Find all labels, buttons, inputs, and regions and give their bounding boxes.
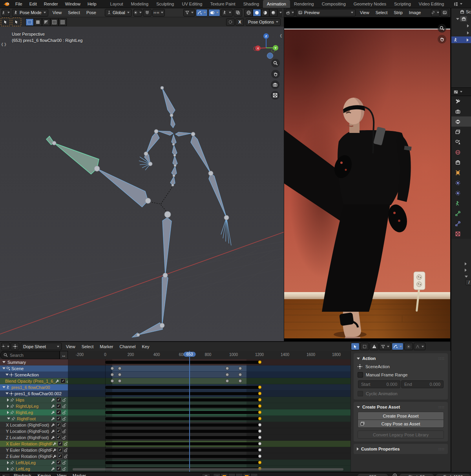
collapse-icon[interactable] (5, 392, 9, 394)
shading-rendered-button[interactable] (269, 9, 277, 16)
auto-key-button[interactable] (202, 473, 210, 476)
panel-grip[interactable]: :::: (438, 447, 445, 451)
properties-tab-world[interactable] (451, 147, 471, 157)
keyframe-selected[interactable] (258, 436, 262, 439)
preview-menu[interactable]: Select (372, 10, 391, 15)
keyframe[interactable] (118, 373, 122, 376)
properties-tab-constraints[interactable] (451, 188, 471, 198)
keyframe-selected[interactable] (258, 417, 262, 420)
keyframe[interactable] (111, 373, 114, 376)
properties-tab-tool[interactable] (451, 96, 471, 106)
dopesheet-menu[interactable]: View (63, 344, 78, 349)
create-pose-asset-button[interactable]: Create Pose Asset (358, 412, 444, 420)
lock-icon[interactable] (62, 398, 66, 402)
workspace-tab[interactable]: UV Editing (178, 0, 206, 8)
properties-tab-scene[interactable] (451, 137, 471, 147)
workspace-tab[interactable]: Texture Paint (206, 0, 239, 8)
proportional-edit-button[interactable] (404, 343, 413, 350)
play-reverse-button[interactable]: ◀ (228, 473, 236, 476)
properties-tab-bone[interactable] (451, 208, 471, 218)
properties-tab-texture[interactable] (451, 229, 471, 239)
keyframe-selected[interactable] (258, 411, 262, 414)
transform-orientation-dropdown[interactable]: Global (105, 9, 132, 16)
modifier-wrench-icon[interactable] (51, 461, 55, 465)
channel-enable-checkbox[interactable]: ✓ (56, 460, 61, 465)
horizontal-scrollbar[interactable] (73, 468, 343, 471)
channel-enable-checkbox[interactable]: ✓ (60, 378, 66, 383)
action-panel-header[interactable]: Action:::: (354, 354, 448, 363)
prev-keyframe-button[interactable]: ⏪ (221, 473, 228, 476)
link-button[interactable] (431, 9, 440, 16)
key-summary-bar[interactable] (105, 449, 260, 452)
key-summary-bar[interactable] (105, 455, 260, 458)
channel-enable-checkbox[interactable]: ✓ (58, 454, 63, 459)
workspace-tab[interactable]: Compositing (318, 0, 350, 8)
active-tool-tweak-button[interactable] (1, 18, 10, 26)
mode-dropdown[interactable]: Pose Mode (12, 9, 48, 16)
jump-to-end-button[interactable]: ⏭ (250, 473, 258, 476)
action-name-row[interactable]: SceneAction (354, 363, 448, 370)
key-summary-bar[interactable] (105, 442, 260, 445)
pin-icon[interactable] (10, 404, 14, 408)
editor-type-button[interactable] (286, 9, 294, 16)
zoom-button[interactable] (271, 59, 280, 67)
workspace-tab[interactable]: Scripting (390, 0, 415, 8)
preview-menu[interactable]: Strip (391, 10, 406, 15)
show-overlays-button[interactable] (208, 9, 220, 16)
pin-icon[interactable] (10, 467, 14, 471)
editor-type-button[interactable] (1, 343, 10, 350)
select-mode-2[interactable] (34, 18, 42, 26)
manual-frame-range-checkbox[interactable] (358, 372, 363, 378)
lock-icon[interactable] (64, 454, 68, 458)
outliner-row-armature-selected[interactable] (451, 36, 471, 43)
keyframe-selected[interactable] (258, 429, 262, 433)
playhead-line[interactable] (189, 351, 190, 472)
properties-tab-collection[interactable] (451, 157, 471, 167)
key-summary-bar[interactable] (105, 423, 260, 427)
properties-tab-physics[interactable] (451, 178, 471, 188)
modifier-wrench-icon[interactable] (51, 429, 55, 433)
easing-button[interactable] (414, 343, 425, 350)
timeline-menu[interactable]: View (54, 473, 69, 476)
channel-enable-checkbox[interactable]: ✓ (56, 397, 61, 402)
keyframe-area[interactable] (68, 359, 351, 472)
proportional-edit-button[interactable] (226, 18, 235, 26)
channel-hips[interactable]: Hips✓ (0, 397, 68, 403)
properties-editor-icon[interactable] (454, 90, 458, 94)
modifier-wrench-icon[interactable] (51, 467, 55, 471)
copy-pose-as-asset-button[interactable]: Copy Pose as Asset (358, 420, 444, 428)
snap-toggle-button[interactable] (143, 9, 152, 16)
channel-pres1-6-flowchar00-002[interactable]: pres1_6 flowChar00.002 (0, 391, 68, 397)
keyframe-selected[interactable] (258, 454, 262, 458)
pin-icon[interactable] (10, 461, 14, 465)
snap-target-button[interactable]: H·H (152, 9, 165, 16)
filter-button[interactable] (379, 343, 391, 350)
channel-rightleg[interactable]: RightLeg✓ (0, 409, 68, 416)
topbar-menu[interactable]: Edit (26, 2, 40, 6)
pan-button[interactable] (271, 70, 280, 78)
custom-properties-header[interactable]: Custom Properties:::: (354, 445, 448, 453)
channel-x-euler-rotation-rightf[interactable]: X Euler Rotation (RightF✓ (0, 441, 68, 447)
slash-field[interactable]: / (466, 279, 471, 285)
expand-range-button[interactable]: ↔ (60, 351, 68, 359)
channel-leftupleg[interactable]: LeftUpLeg✓ (0, 460, 68, 466)
properties-tab-view-layer[interactable] (451, 127, 471, 137)
key-summary-bar[interactable] (105, 405, 260, 408)
marquee-tool-button[interactable] (360, 343, 369, 350)
keyframe[interactable] (111, 379, 114, 383)
create-pose-asset-header[interactable]: Create Pose Asset:::: (354, 403, 448, 411)
key-summary-bar[interactable] (105, 386, 260, 389)
channel-pres1-6-flowchar00[interactable]: pres1_6 flowChar00 (0, 384, 68, 391)
timeline-ruler[interactable]: -200020040060080010001200140016001800 (68, 351, 351, 360)
workspace-tab[interactable]: Layout (106, 0, 127, 8)
topbar-menu[interactable]: Help (84, 2, 100, 6)
keyframe-selected[interactable] (258, 442, 262, 445)
preview-menu[interactable]: Image (406, 10, 424, 15)
workspace-tab[interactable]: Shading (239, 0, 263, 8)
workspace-tab[interactable]: Video Editing (415, 0, 448, 8)
visibility-filter-button[interactable] (183, 9, 195, 16)
dopesheet-menu[interactable]: Select (78, 344, 97, 349)
xray-toggle-button[interactable] (234, 9, 242, 16)
keyframe[interactable] (226, 367, 229, 370)
x-mirror-button[interactable]: X (236, 18, 244, 26)
